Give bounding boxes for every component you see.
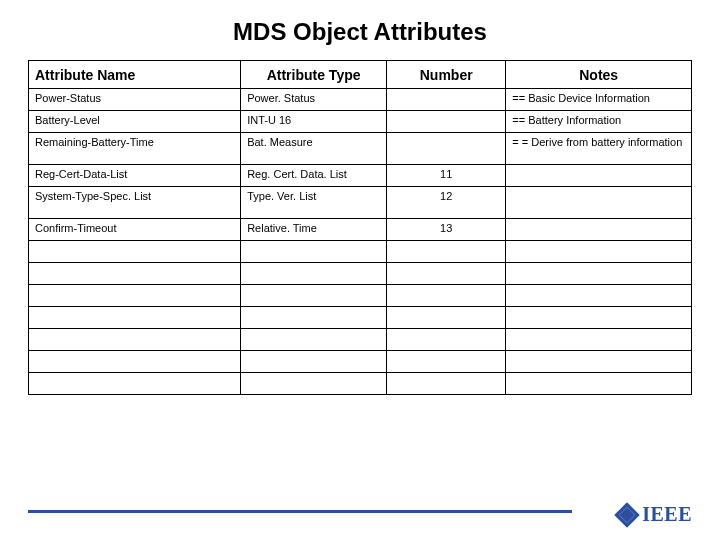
cell-number xyxy=(387,263,506,285)
cell-notes xyxy=(506,263,692,285)
cell-notes xyxy=(506,329,692,351)
cell-notes: = = Derive from battery information xyxy=(506,133,692,165)
ieee-logo-text: IEEE xyxy=(642,503,692,526)
cell-name xyxy=(29,373,241,395)
cell-number xyxy=(387,329,506,351)
attributes-table-wrap: Attribute Name Attribute Type Number Not… xyxy=(0,60,720,395)
cell-type: INT-U 16 xyxy=(241,111,387,133)
cell-number xyxy=(387,111,506,133)
cell-type xyxy=(241,241,387,263)
cell-notes xyxy=(506,219,692,241)
table-row xyxy=(29,285,692,307)
table-row xyxy=(29,373,692,395)
cell-type: Bat. Measure xyxy=(241,133,387,165)
table-header-row: Attribute Name Attribute Type Number Not… xyxy=(29,61,692,89)
cell-name xyxy=(29,263,241,285)
cell-name xyxy=(29,241,241,263)
table-row xyxy=(29,263,692,285)
cell-name: Power-Status xyxy=(29,89,241,111)
cell-name: System-Type-Spec. List xyxy=(29,187,241,219)
footer: IEEE xyxy=(28,496,692,526)
table-row: Power-StatusPower. Status== Basic Device… xyxy=(29,89,692,111)
footer-divider xyxy=(28,510,572,513)
table-row: Confirm-TimeoutRelative. Time13 xyxy=(29,219,692,241)
cell-name xyxy=(29,351,241,373)
cell-number xyxy=(387,285,506,307)
table-row xyxy=(29,351,692,373)
cell-type xyxy=(241,373,387,395)
table-row: Remaining-Battery-TimeBat. Measure= = De… xyxy=(29,133,692,165)
cell-name xyxy=(29,307,241,329)
cell-number xyxy=(387,89,506,111)
header-type: Attribute Type xyxy=(241,61,387,89)
cell-number xyxy=(387,373,506,395)
table-row: Reg-Cert-Data-ListReg. Cert. Data. List1… xyxy=(29,165,692,187)
cell-name: Confirm-Timeout xyxy=(29,219,241,241)
attributes-table: Attribute Name Attribute Type Number Not… xyxy=(28,60,692,395)
cell-notes: == Basic Device Information xyxy=(506,89,692,111)
cell-type xyxy=(241,351,387,373)
cell-type: Type. Ver. List xyxy=(241,187,387,219)
cell-type xyxy=(241,285,387,307)
cell-name: Remaining-Battery-Time xyxy=(29,133,241,165)
cell-notes xyxy=(506,241,692,263)
table-row: System-Type-Spec. ListType. Ver. List12 xyxy=(29,187,692,219)
cell-number xyxy=(387,307,506,329)
table-row xyxy=(29,329,692,351)
cell-notes xyxy=(506,187,692,219)
table-row xyxy=(29,241,692,263)
cell-type xyxy=(241,263,387,285)
cell-notes xyxy=(506,165,692,187)
cell-notes xyxy=(506,351,692,373)
cell-notes xyxy=(506,285,692,307)
cell-number: 11 xyxy=(387,165,506,187)
header-number: Number xyxy=(387,61,506,89)
header-name: Attribute Name xyxy=(29,61,241,89)
cell-number xyxy=(387,133,506,165)
cell-number: 13 xyxy=(387,219,506,241)
cell-number: 12 xyxy=(387,187,506,219)
table-row xyxy=(29,307,692,329)
cell-name: Reg-Cert-Data-List xyxy=(29,165,241,187)
cell-type: Power. Status xyxy=(241,89,387,111)
cell-type: Relative. Time xyxy=(241,219,387,241)
cell-name: Battery-Level xyxy=(29,111,241,133)
cell-notes: == Battery Information xyxy=(506,111,692,133)
cell-notes xyxy=(506,373,692,395)
page-title: MDS Object Attributes xyxy=(0,0,720,60)
cell-name xyxy=(29,329,241,351)
cell-type xyxy=(241,329,387,351)
ieee-diamond-icon xyxy=(614,502,639,527)
cell-number xyxy=(387,351,506,373)
ieee-logo: IEEE xyxy=(618,503,692,526)
table-row: Battery-LevelINT-U 16== Battery Informat… xyxy=(29,111,692,133)
cell-type: Reg. Cert. Data. List xyxy=(241,165,387,187)
cell-notes xyxy=(506,307,692,329)
cell-type xyxy=(241,307,387,329)
cell-number xyxy=(387,241,506,263)
header-notes: Notes xyxy=(506,61,692,89)
cell-name xyxy=(29,285,241,307)
